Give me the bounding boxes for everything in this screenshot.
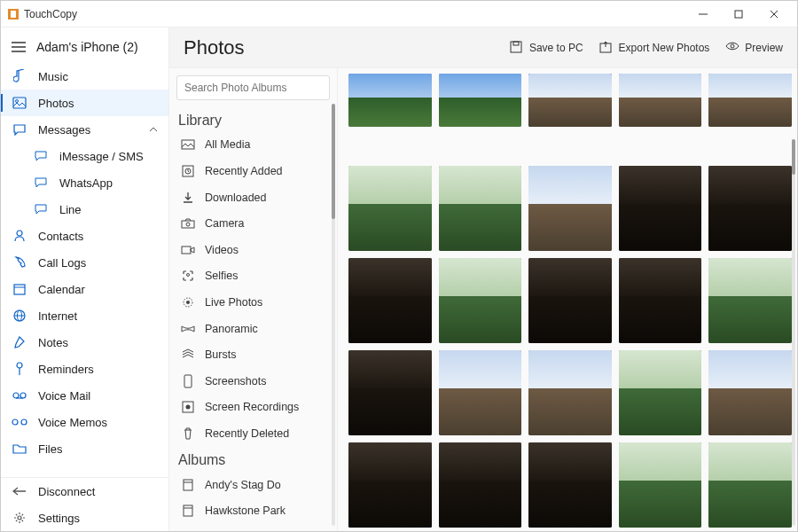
- photo-thumb[interactable]: [528, 166, 612, 251]
- svg-point-22: [12, 419, 18, 425]
- nav-messages-line[interactable]: Line: [1, 196, 168, 223]
- window-minimize-button[interactable]: [685, 1, 721, 27]
- action-preview[interactable]: Preview: [725, 41, 783, 55]
- photo-thumb[interactable]: [528, 74, 612, 127]
- photo-thumb[interactable]: [708, 442, 792, 528]
- svg-point-28: [731, 44, 734, 48]
- albums-heading: Albums: [178, 452, 328, 468]
- svg-point-23: [21, 419, 27, 425]
- globe-icon: [12, 308, 27, 324]
- sidebar: Adam's iPhone (2) Music Photos Messages …: [1, 27, 169, 531]
- nav-messages[interactable]: Messages: [1, 116, 168, 143]
- photo-thumb[interactable]: [348, 258, 432, 343]
- phone-icon: [12, 254, 27, 270]
- photo-thumb[interactable]: [439, 442, 522, 528]
- nav-calendar[interactable]: Calendar: [1, 276, 168, 302]
- photo-thumb[interactable]: [528, 442, 612, 528]
- window-close-button[interactable]: [756, 1, 792, 27]
- page-title: Photos: [184, 36, 494, 59]
- photo-thumb[interactable]: [348, 74, 432, 127]
- files-icon: [12, 441, 27, 457]
- nav-messages-whatsapp[interactable]: WhatsApp: [1, 169, 168, 196]
- titlebar: TouchCopy: [1, 1, 797, 27]
- hamburger-icon[interactable]: [12, 42, 26, 52]
- nav-files[interactable]: Files: [1, 435, 168, 462]
- nav-voicememos[interactable]: Voice Memos: [1, 409, 168, 435]
- photo-thumb[interactable]: [528, 258, 612, 343]
- albums-scrollbar[interactable]: [332, 104, 335, 526]
- svg-rect-9: [13, 98, 26, 108]
- action-save-to-pc[interactable]: Save to PC: [510, 41, 583, 55]
- svg-rect-12: [14, 285, 25, 294]
- nav-internet[interactable]: Internet: [1, 302, 168, 329]
- action-export-new[interactable]: Export New Photos: [599, 41, 710, 55]
- svg-point-20: [20, 393, 26, 398]
- photo-thumb[interactable]: [619, 166, 702, 251]
- lib-panoramic[interactable]: Panoramic: [176, 316, 330, 342]
- voicememos-icon: [12, 414, 27, 430]
- album-item[interactable]: Hawkstone Park: [176, 497, 330, 524]
- library-heading: Library: [178, 113, 328, 129]
- voicemail-icon: [12, 387, 27, 403]
- photo-thumb[interactable]: [348, 442, 432, 528]
- photo-thumb[interactable]: [528, 350, 612, 435]
- lib-recently-deleted[interactable]: Recently Deleted: [176, 420, 330, 447]
- nav-settings[interactable]: Settings: [1, 505, 168, 531]
- nav-calllogs[interactable]: Call Logs: [1, 249, 168, 276]
- nav-music[interactable]: Music: [1, 63, 168, 90]
- photo-thumb[interactable]: [708, 350, 792, 435]
- photo-thumb[interactable]: [439, 166, 522, 251]
- export-icon: [599, 41, 614, 55]
- photo-thumb[interactable]: [348, 350, 432, 435]
- lib-videos[interactable]: Videos: [176, 237, 330, 263]
- window-maximize-button[interactable]: [721, 1, 756, 27]
- photo-thumb[interactable]: [708, 166, 792, 251]
- photo-thumb[interactable]: [708, 258, 792, 343]
- svg-rect-41: [184, 480, 192, 490]
- photo-thumb[interactable]: [439, 74, 522, 127]
- save-icon: [510, 41, 524, 55]
- grid-scrollbar[interactable]: [792, 139, 795, 526]
- calendar-icon: [12, 281, 27, 297]
- lib-screen-recordings[interactable]: Screen Recordings: [176, 395, 330, 421]
- lib-screenshots[interactable]: Screenshots: [176, 368, 330, 395]
- svg-point-40: [186, 405, 191, 410]
- photo-thumb[interactable]: [619, 74, 702, 127]
- photo-thumb[interactable]: [348, 166, 432, 251]
- svg-point-17: [17, 363, 22, 368]
- svg-point-10: [16, 100, 19, 103]
- nav-voicemail[interactable]: Voice Mail: [1, 382, 168, 409]
- svg-point-37: [186, 301, 190, 304]
- nav-contacts[interactable]: Contacts: [1, 223, 168, 249]
- nav-reminders[interactable]: Reminders: [1, 356, 168, 382]
- photo-thumb[interactable]: [619, 442, 702, 528]
- album-item[interactable]: Andy's Stag Do: [176, 472, 330, 498]
- svg-point-19: [13, 393, 19, 398]
- photo-thumb[interactable]: [439, 350, 522, 435]
- svg-rect-43: [184, 505, 192, 516]
- nav-disconnect[interactable]: Disconnect: [1, 478, 168, 505]
- lib-all-media[interactable]: All Media: [176, 132, 330, 159]
- lib-downloaded[interactable]: Downloaded: [176, 184, 330, 211]
- svg-rect-38: [184, 375, 192, 387]
- lib-recently-added[interactable]: Recently Added: [176, 158, 330, 184]
- nav-notes[interactable]: Notes: [1, 329, 168, 356]
- photo-thumb[interactable]: [619, 258, 702, 343]
- search-albums-input[interactable]: [176, 75, 330, 100]
- photo-thumb[interactable]: [439, 258, 522, 343]
- lib-selfies[interactable]: Selfies: [176, 263, 330, 290]
- chevron-up-icon: [149, 125, 158, 134]
- app-title: TouchCopy: [24, 8, 685, 20]
- nav-photos[interactable]: Photos: [1, 90, 168, 116]
- photo-grid: [338, 68, 797, 532]
- albums-panel: Library All Media Recently Added Downloa…: [169, 68, 338, 531]
- lib-live-photos[interactable]: Live Photos: [176, 289, 330, 316]
- nav-messages-sms[interactable]: iMessage / SMS: [1, 143, 168, 169]
- lib-camera[interactable]: Camera: [176, 210, 330, 237]
- photo-thumb[interactable]: [708, 74, 792, 127]
- chat-icon: [33, 201, 49, 217]
- photo-thumb[interactable]: [619, 350, 702, 435]
- svg-rect-3: [735, 11, 742, 18]
- lib-bursts[interactable]: Bursts: [176, 341, 330, 368]
- svg-rect-34: [182, 246, 191, 254]
